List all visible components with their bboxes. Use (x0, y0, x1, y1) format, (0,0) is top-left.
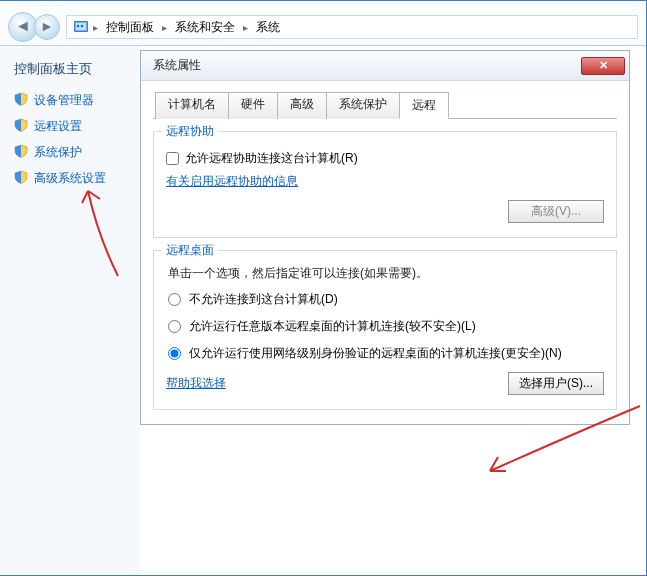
radio-label: 仅允许运行使用网络级别身份验证的远程桌面的计算机连接(更安全)(N) (189, 344, 602, 363)
sidebar: 控制面板主页 设备管理器 远程设置 系统保护 (0, 46, 140, 575)
radio-option-any-version[interactable]: 允许运行任意版本远程桌面的计算机连接(较不安全)(L) (168, 317, 602, 336)
sidebar-item-system-protection[interactable]: 系统保护 (14, 144, 132, 161)
sidebar-item-advanced-system-settings[interactable]: 高级系统设置 (14, 170, 132, 187)
remote-desktop-group: 远程桌面 单击一个选项，然后指定谁可以连接(如果需要)。 不允许连接到这台计算机… (153, 250, 617, 410)
breadcrumb[interactable]: 控制面板 (102, 17, 158, 38)
system-properties-dialog: 系统属性 ✕ 计算机名 硬件 高级 系统保护 远程 远程协助 (140, 50, 630, 425)
sidebar-item-label: 系统保护 (34, 144, 82, 161)
svg-point-3 (81, 25, 84, 28)
close-icon: ✕ (599, 59, 608, 72)
chevron-right-icon: ▸ (93, 22, 98, 33)
tab-system-protection[interactable]: 系统保护 (326, 92, 400, 119)
group-title: 远程协助 (162, 123, 218, 140)
tab-computer-name[interactable]: 计算机名 (155, 92, 229, 119)
shield-icon (14, 170, 28, 187)
sidebar-item-device-manager[interactable]: 设备管理器 (14, 92, 132, 109)
control-panel-icon (73, 19, 89, 35)
chevron-right-icon: ▸ (162, 22, 167, 33)
shield-icon (14, 118, 28, 135)
radio-label: 允许运行任意版本远程桌面的计算机连接(较不安全)(L) (189, 317, 602, 336)
address-bar[interactable]: ▸ 控制面板 ▸ 系统和安全 ▸ 系统 (66, 15, 638, 39)
advanced-button[interactable]: 高级(V)... (508, 200, 604, 223)
allow-remote-assistance-checkbox[interactable] (166, 152, 179, 165)
tab-hardware[interactable]: 硬件 (228, 92, 278, 119)
remote-desktop-description: 单击一个选项，然后指定谁可以连接(如果需要)。 (168, 265, 602, 282)
sidebar-item-remote-settings[interactable]: 远程设置 (14, 118, 132, 135)
dialog-title: 系统属性 (153, 57, 581, 74)
sidebar-item-label: 远程设置 (34, 118, 82, 135)
remote-assistance-help-link[interactable]: 有关启用远程协助的信息 (166, 173, 298, 190)
radio-input[interactable] (168, 293, 181, 306)
chevron-right-icon: ▸ (243, 22, 248, 33)
dialog-titlebar: 系统属性 ✕ (141, 51, 629, 81)
sidebar-title: 控制面板主页 (14, 60, 132, 78)
nav-buttons: ◄ ► (8, 12, 60, 42)
sidebar-item-label: 设备管理器 (34, 92, 94, 109)
close-button[interactable]: ✕ (581, 57, 625, 75)
breadcrumb[interactable]: 系统和安全 (171, 17, 239, 38)
select-users-button[interactable]: 选择用户(S)... (508, 372, 604, 395)
sidebar-item-label: 高级系统设置 (34, 170, 106, 187)
radio-option-disallow[interactable]: 不允许连接到这台计算机(D) (168, 290, 602, 309)
shield-icon (14, 92, 28, 109)
remote-assistance-group: 远程协助 允许远程协助连接这台计算机(R) 有关启用远程协助的信息 高级(V).… (153, 131, 617, 238)
shield-icon (14, 144, 28, 161)
nav-forward-button[interactable]: ► (34, 14, 60, 40)
radio-option-nla-only[interactable]: 仅允许运行使用网络级别身份验证的远程桌面的计算机连接(更安全)(N) (168, 344, 602, 363)
checkbox-label: 允许远程协助连接这台计算机(R) (185, 150, 358, 167)
radio-input[interactable] (168, 320, 181, 333)
help-me-choose-link[interactable]: 帮助我选择 (166, 375, 226, 392)
explorer-toolbar: ◄ ► ▸ 控制面板 ▸ 系统和安全 ▸ 系统 (0, 1, 646, 45)
radio-input[interactable] (168, 347, 181, 360)
svg-point-2 (77, 25, 80, 28)
breadcrumb[interactable]: 系统 (252, 17, 284, 38)
tab-advanced[interactable]: 高级 (277, 92, 327, 119)
group-title: 远程桌面 (162, 242, 218, 259)
tab-remote[interactable]: 远程 (399, 92, 449, 119)
radio-label: 不允许连接到这台计算机(D) (189, 290, 602, 309)
dialog-tabs: 计算机名 硬件 高级 系统保护 远程 (153, 91, 617, 119)
